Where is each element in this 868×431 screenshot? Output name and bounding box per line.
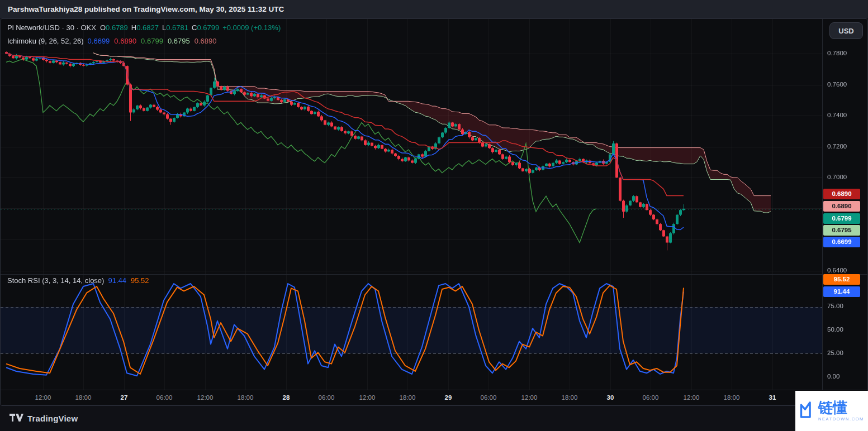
change-value: +0.0009 (+0.13%) bbox=[222, 23, 281, 32]
high-value: 0.6827 bbox=[136, 23, 159, 32]
time-tick-6: 28 bbox=[283, 394, 290, 401]
time-tick-15: 06:00 bbox=[643, 394, 659, 401]
stoch-values: 91.4495.52 bbox=[108, 276, 149, 285]
price-label-chip-4: 0.6699 bbox=[823, 237, 860, 247]
open-label: O bbox=[100, 23, 106, 32]
time-tick-16: 12:00 bbox=[684, 394, 700, 401]
price-label-chip-0: 0.6890 bbox=[823, 189, 860, 199]
time-tick-17: 18:00 bbox=[724, 394, 740, 401]
time-tick-18: 31 bbox=[769, 394, 776, 401]
symbol-title: Pi Network/USD · 30 · OKX bbox=[7, 23, 96, 32]
price-label-chip-3: 0.6795 bbox=[823, 225, 860, 236]
neatdown-logo-icon bbox=[799, 400, 814, 422]
stoch-label-chip-1: 91.44 bbox=[823, 286, 860, 297]
time-tick-12: 12:00 bbox=[521, 394, 538, 401]
stoch-tick-1: 50.00 bbox=[827, 326, 843, 333]
price-chart-canvas[interactable] bbox=[1, 19, 822, 274]
ichimoku-label: Ichimoku (9, 26, 52, 26) bbox=[7, 37, 84, 45]
ichimoku-legend: Ichimoku (9, 26, 52, 26) 0.66990.68900.6… bbox=[7, 37, 216, 45]
price-tick-5: 0.6400 bbox=[827, 267, 847, 274]
stoch-legend: Stoch RSI (3, 3, 14, 14, close) 91.4495.… bbox=[7, 276, 149, 285]
time-tick-4: 12:00 bbox=[197, 394, 214, 401]
price-tick-3: 0.7200 bbox=[827, 143, 847, 150]
pane-separator bbox=[1, 274, 868, 275]
time-tick-13: 18:00 bbox=[562, 394, 578, 401]
time-axis[interactable]: 12:0018:002706:0012:0018:002806:0012:001… bbox=[1, 390, 822, 406]
neatdown-name: 链懂 bbox=[818, 400, 864, 415]
time-tick-11: 06:00 bbox=[481, 394, 497, 401]
currency-toggle-button[interactable]: USD bbox=[829, 22, 863, 39]
price-axis[interactable]: 0.78000.76000.74000.72000.70000.64000.68… bbox=[822, 19, 868, 390]
stoch-label-chip-0: 95.52 bbox=[823, 274, 860, 285]
time-tick-14: 30 bbox=[607, 394, 614, 401]
price-tick-2: 0.7400 bbox=[827, 112, 847, 118]
stoch-value-1: 95.52 bbox=[131, 276, 149, 285]
time-tick-8: 12:00 bbox=[359, 394, 376, 401]
stoch-value-0: 91.44 bbox=[108, 276, 126, 285]
neatdown-watermark[interactable]: 链懂 NEATDOWN.COM bbox=[795, 391, 868, 431]
chart-card: Pi Network/USD · 30 · OKX O0.6789 H0.682… bbox=[0, 18, 868, 406]
ichimoku-values: 0.66990.68900.67990.67950.6890 bbox=[88, 37, 217, 45]
footer-bar: TradingView bbox=[0, 406, 868, 431]
stoch-rsi-canvas[interactable] bbox=[1, 274, 822, 390]
price-label-chip-1: 0.6890 bbox=[823, 201, 860, 212]
symbol-legend: Pi Network/USD · 30 · OKX O0.6789 H0.682… bbox=[7, 23, 281, 32]
time-tick-9: 18:00 bbox=[400, 394, 416, 401]
price-tick-4: 0.7000 bbox=[827, 174, 847, 180]
time-tick-0: 12:00 bbox=[35, 394, 51, 401]
tradingview-logo[interactable]: TradingView bbox=[9, 413, 78, 424]
price-tick-1: 0.7600 bbox=[827, 81, 847, 88]
ichimoku-value-1: 0.6890 bbox=[114, 37, 136, 45]
ichimoku-value-0: 0.6699 bbox=[88, 37, 110, 45]
price-label-chip-2: 0.6799 bbox=[823, 213, 860, 224]
time-tick-7: 06:00 bbox=[319, 394, 335, 401]
stoch-label: Stoch RSI (3, 3, 14, 14, close) bbox=[7, 276, 104, 285]
ohlc-values: O0.6789 H0.6827 L0.6781 C0.6799 +0.0009 … bbox=[100, 23, 281, 32]
close-label: C bbox=[192, 23, 197, 32]
ichimoku-value-4: 0.6890 bbox=[195, 37, 217, 45]
high-label: H bbox=[131, 23, 136, 32]
time-tick-1: 18:00 bbox=[75, 394, 92, 401]
tradingview-snapshot-page: { "attribution": { "text": "ParshwaTurak… bbox=[0, 0, 868, 431]
ichimoku-value-2: 0.6799 bbox=[141, 37, 163, 45]
open-value: 0.6789 bbox=[106, 23, 128, 32]
price-tick-0: 0.7800 bbox=[827, 50, 847, 56]
close-value: 0.6799 bbox=[197, 23, 219, 32]
low-value: 0.6781 bbox=[166, 23, 188, 32]
stoch-tick-0: 75.00 bbox=[827, 303, 843, 309]
stoch-tick-3: 0.00 bbox=[827, 373, 839, 380]
time-tick-2: 27 bbox=[121, 394, 128, 401]
time-tick-5: 18:00 bbox=[238, 394, 254, 401]
stoch-tick-2: 25.00 bbox=[827, 349, 843, 356]
neatdown-domain: NEATDOWN.COM bbox=[818, 416, 864, 422]
attribution-bar: ParshwaTurakhiya28 published on TradingV… bbox=[0, 0, 868, 18]
time-tick-10: 29 bbox=[445, 394, 452, 401]
ichimoku-value-3: 0.6795 bbox=[168, 37, 190, 45]
attribution-text: ParshwaTurakhiya28 published on TradingV… bbox=[8, 5, 284, 13]
tradingview-logo-icon bbox=[9, 413, 23, 424]
tradingview-wordmark: TradingView bbox=[27, 414, 78, 423]
time-tick-3: 06:00 bbox=[156, 394, 173, 401]
